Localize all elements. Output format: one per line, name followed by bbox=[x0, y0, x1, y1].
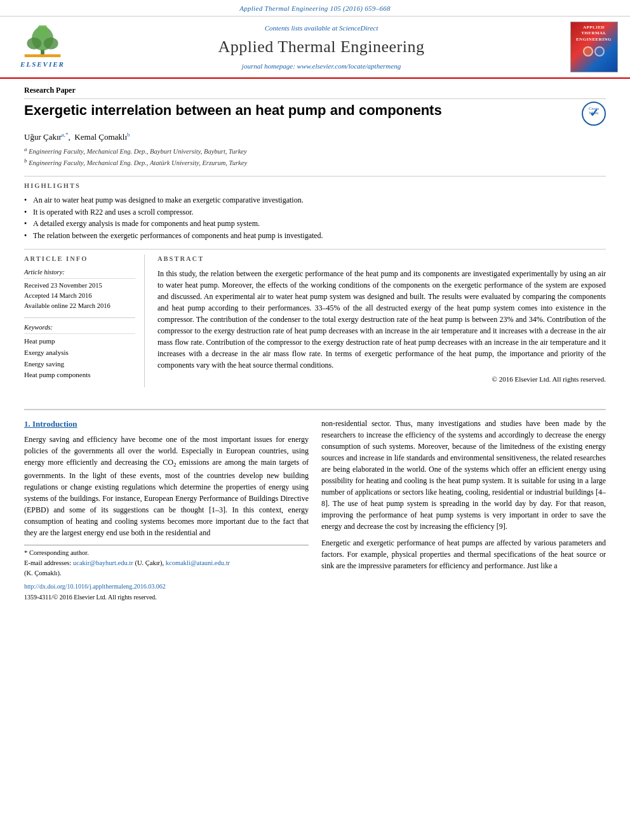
date-received: Received 23 November 2015 bbox=[24, 281, 135, 291]
cover-circle-1 bbox=[583, 46, 593, 57]
highlights-label: HIGHLIGHTS bbox=[24, 182, 606, 191]
abstract-label: ABSTRACT bbox=[158, 255, 606, 264]
keyword-3: Energy saving bbox=[24, 359, 135, 370]
keyword-2: Exergy analysis bbox=[24, 347, 135, 359]
info-abstract-section: ARTICLE INFO Article history: Received 2… bbox=[24, 255, 606, 387]
cover-decoration bbox=[583, 46, 605, 57]
highlight-item-4: The relation between the exergetic perfo… bbox=[24, 230, 606, 241]
footnote-email-text: E-mail addresses: ucakir@bayhurt.edu.tr … bbox=[24, 558, 309, 568]
author-2-name: Kemal Çomaklı bbox=[74, 133, 127, 142]
journal-cover-area: APPLIEDTHERMALENGINEERING bbox=[565, 22, 622, 72]
doi-link[interactable]: http://dx.doi.org/10.1016/j.applthermale… bbox=[24, 582, 309, 591]
article-info-column: ARTICLE INFO Article history: Received 2… bbox=[24, 255, 145, 387]
elsevier-tree-icon bbox=[17, 25, 68, 58]
increasing-text: increasing bbox=[420, 522, 451, 531]
article-title: Exergetic interrelation between an heat … bbox=[24, 102, 574, 120]
affil-1: a Engineering Faculty, Mechanical Eng. D… bbox=[24, 148, 247, 155]
journal-homepage: journal homepage: www.elsevier.com/locat… bbox=[242, 62, 401, 71]
affiliations: a Engineering Faculty, Mechanical Eng. D… bbox=[24, 145, 606, 169]
abstract-copyright: © 2016 Elsevier Ltd. All rights reserved… bbox=[158, 375, 606, 384]
rights-text: 1359-4311/© 2016 Elsevier Ltd. All right… bbox=[24, 592, 309, 602]
keywords-subsection: Keywords: Heat pump Exergy analysis Ener… bbox=[24, 323, 135, 381]
keyword-4: Heat pump components bbox=[24, 370, 135, 381]
keywords-title: Keywords: bbox=[24, 323, 135, 335]
svg-text:Mark: Mark bbox=[589, 110, 599, 116]
sciencedirect-link-text[interactable]: ScienceDirect bbox=[339, 24, 378, 32]
article-type-label: Research Paper bbox=[24, 85, 606, 99]
elsevier-logo-area: ELSEVIER bbox=[8, 22, 77, 72]
highlight-item-1: An air to water heat pump was designed t… bbox=[24, 195, 606, 206]
footnote-star-text: * Corresponding author. bbox=[24, 548, 309, 558]
cover-title-text: APPLIEDTHERMALENGINEERING bbox=[576, 25, 612, 42]
intro-para-1: Energy saving and efficiency have become… bbox=[24, 434, 309, 538]
body-divider bbox=[24, 409, 606, 410]
homepage-link[interactable]: www.elsevier.com/locate/apthermeng bbox=[297, 62, 401, 70]
introduction-heading: 1. Introduction bbox=[24, 418, 309, 430]
body-col-right: non-residential sector. Thus, many inves… bbox=[321, 418, 606, 603]
highlights-list: An air to water heat pump was designed t… bbox=[24, 195, 606, 241]
highlights-section: HIGHLIGHTS An air to water heat pump was… bbox=[24, 182, 606, 241]
highlight-item-3: A detailed exergy analysis is made for c… bbox=[24, 218, 606, 229]
journal-title: Applied Thermal Engineering bbox=[218, 36, 425, 58]
journal-citation-banner: Applied Thermal Engineering 105 (2016) 6… bbox=[0, 0, 630, 16]
svg-rect-5 bbox=[25, 54, 61, 57]
author-1-name: Uğur Çakır bbox=[24, 133, 62, 142]
email-2-link[interactable]: kcomakli@atauni.edu.tr bbox=[166, 559, 230, 566]
article-title-row: Exergetic interrelation between an heat … bbox=[24, 102, 606, 126]
article-history-title: Article history: bbox=[24, 268, 135, 279]
abstract-text: In this study, the relation between the … bbox=[158, 268, 606, 371]
divider-info bbox=[24, 317, 135, 318]
svg-point-2 bbox=[27, 37, 41, 50]
sciencedirect-notice: Contents lists available at ScienceDirec… bbox=[265, 23, 379, 33]
divider-2 bbox=[24, 249, 606, 250]
highlight-item-2: It is operated with R22 and uses a scrol… bbox=[24, 207, 606, 218]
date-accepted: Accepted 14 March 2016 bbox=[24, 291, 135, 301]
journal-header: ELSEVIER Contents lists available at Sci… bbox=[0, 16, 630, 79]
authors-line: Uğur Çakıra,*, Kemal Çomaklıb bbox=[24, 131, 606, 143]
abstract-column: ABSTRACT In this study, the relation bet… bbox=[158, 255, 606, 387]
elsevier-wordmark: ELSEVIER bbox=[20, 60, 65, 69]
intro-para-2: non-residential sector. Thus, many inves… bbox=[321, 418, 606, 532]
banner-text: Applied Thermal Engineering 105 (2016) 6… bbox=[239, 4, 391, 12]
journal-cover-thumbnail: APPLIEDTHERMALENGINEERING bbox=[570, 22, 618, 72]
journal-header-center: Contents lists available at ScienceDirec… bbox=[84, 22, 559, 72]
footnote-email-name2: (K. Çomaklı). bbox=[24, 568, 309, 578]
body-col-left: 1. Introduction Energy saving and effici… bbox=[24, 418, 309, 603]
body-content: 1. Introduction Energy saving and effici… bbox=[0, 418, 630, 603]
article-history-subsection: Article history: Received 23 November 20… bbox=[24, 268, 135, 311]
footnote-area: * Corresponding author. E-mail addresses… bbox=[24, 545, 309, 602]
article-info-label: ARTICLE INFO bbox=[24, 255, 135, 264]
date-online: Available online 22 March 2016 bbox=[24, 301, 135, 311]
cover-circle-2 bbox=[594, 46, 605, 57]
keyword-1: Heat pump bbox=[24, 336, 135, 347]
article-content: Research Paper Exergetic interrelation b… bbox=[0, 79, 630, 401]
email-1-link[interactable]: ucakir@bayhurt.edu.tr bbox=[73, 559, 133, 566]
crossmark-icon: ✓ Cross Mark bbox=[582, 102, 606, 126]
svg-point-3 bbox=[44, 37, 58, 50]
affil-2: b Engineering Faculty, Mechanical Eng. D… bbox=[24, 159, 247, 166]
divider-1 bbox=[24, 176, 606, 177]
page: Applied Thermal Engineering 105 (2016) 6… bbox=[0, 0, 630, 840]
keywords-list: Heat pump Exergy analysis Energy saving … bbox=[24, 336, 135, 380]
elsevier-logo: ELSEVIER bbox=[17, 25, 68, 69]
intro-para-3: Energetic and exergetic performance of h… bbox=[321, 537, 606, 571]
